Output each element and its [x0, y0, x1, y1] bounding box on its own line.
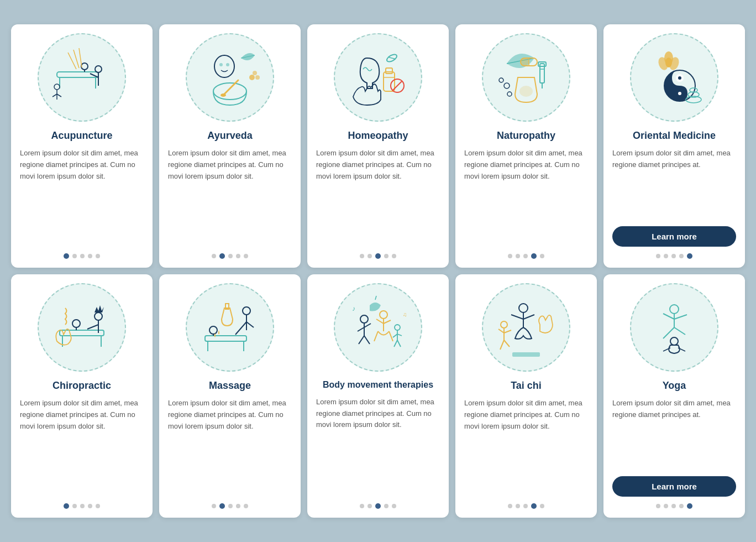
svg-point-17	[221, 93, 226, 97]
card-ayurveda: Ayurveda Lorem ipsum dolor sit dim amet,…	[159, 24, 301, 268]
svg-point-48	[678, 76, 681, 80]
dot-5	[244, 254, 248, 258]
card-oriental-medicine: Oriental Medicine Lorem ipsum dolor sit …	[603, 24, 745, 268]
svg-rect-25	[384, 72, 395, 91]
dot-5	[244, 504, 248, 508]
massage-dots	[212, 503, 248, 509]
dot-2	[72, 504, 77, 508]
svg-point-70	[243, 307, 250, 315]
svg-point-113	[670, 337, 678, 345]
svg-line-84	[376, 319, 384, 324]
svg-point-18	[214, 55, 234, 77]
ayurveda-text: Lorem ipsum dolor sit dim amet, mea regi…	[168, 148, 292, 247]
tai-chi-icon-circle	[482, 283, 570, 372]
acupuncture-title: Acupuncture	[51, 129, 112, 142]
svg-line-103	[504, 330, 511, 333]
dot-3	[80, 504, 85, 508]
oriental-medicine-icon	[638, 41, 710, 113]
yoga-icon	[638, 291, 710, 363]
svg-rect-35	[521, 58, 529, 66]
naturopathy-icon-circle	[482, 33, 570, 122]
dot-2	[219, 503, 225, 509]
svg-line-112	[674, 327, 685, 335]
svg-rect-57	[60, 330, 104, 336]
chiropractic-icon	[46, 291, 118, 363]
svg-point-60	[72, 320, 80, 327]
naturopathy-text: Lorem ipsum dolor sit dim amet, mea regi…	[464, 148, 588, 247]
dot-1	[656, 254, 660, 258]
card-tai-chi: Tai chi Lorem ipsum dolor sit dim amet, …	[455, 274, 597, 518]
yoga-learn-btn[interactable]: Learn more	[612, 476, 736, 497]
dot-5	[540, 254, 544, 258]
acupuncture-text: Lorem ipsum dolor sit dim amet, mea regi…	[20, 148, 144, 247]
svg-point-62	[95, 312, 102, 320]
svg-line-78	[358, 327, 364, 331]
dot-1	[64, 253, 69, 259]
naturopathy-icon	[490, 41, 562, 113]
tai-chi-text: Lorem ipsum dolor sit dim amet, mea regi…	[464, 398, 588, 497]
chiropractic-text: Lorem ipsum dolor sit dim amet, mea regi…	[20, 398, 144, 497]
dot-3	[523, 254, 528, 258]
card-chiropractic: Chiropractic Lorem ipsum dolor sit dim a…	[11, 274, 153, 518]
dot-4	[88, 504, 92, 508]
card-acupuncture: Acupuncture Lorem ipsum dolor sit dim am…	[11, 24, 153, 268]
chiropractic-title: Chiropractic	[53, 379, 111, 392]
dot-2	[72, 254, 77, 258]
svg-point-107	[670, 305, 679, 314]
dot-1	[508, 254, 512, 258]
massage-text: Lorem ipsum dolor sit dim amet, mea regi…	[168, 398, 292, 497]
svg-line-96	[375, 296, 376, 300]
svg-line-72	[235, 322, 246, 335]
dot-2	[664, 504, 668, 508]
yoga-dots	[656, 503, 692, 509]
massage-title: Massage	[209, 379, 251, 392]
dot-3	[671, 254, 676, 258]
dot-5	[392, 254, 396, 258]
svg-point-43	[499, 78, 503, 82]
svg-point-24	[253, 71, 257, 75]
yoga-title: Yoga	[663, 379, 686, 392]
dot-3	[671, 504, 676, 508]
svg-line-86	[374, 331, 378, 341]
dot-4	[679, 254, 684, 258]
dot-1	[360, 504, 364, 508]
svg-line-90	[393, 334, 397, 337]
svg-point-23	[255, 75, 260, 80]
body-movement-text: Lorem ipsum dolor sit dim amet, mea regi…	[316, 397, 440, 497]
acupuncture-icon	[46, 41, 118, 113]
svg-line-99	[523, 315, 534, 319]
homeopathy-icon-circle	[334, 33, 422, 122]
naturopathy-title: Naturopathy	[497, 129, 555, 142]
card-body-movement: ♪ ♫ Body movement therapies Lorem ipsum …	[307, 274, 449, 518]
tai-chi-title: Tai chi	[511, 379, 542, 392]
svg-point-49	[678, 92, 681, 95]
dot-4	[384, 254, 389, 258]
svg-line-87	[389, 331, 393, 341]
svg-point-6	[95, 66, 102, 72]
dot-4	[236, 254, 240, 258]
svg-text:♫: ♫	[403, 311, 407, 317]
dot-3	[375, 253, 381, 259]
dot-1	[212, 254, 216, 258]
oriental-medicine-text: Lorem ipsum dolor sit dim amet, mea regi…	[612, 148, 736, 221]
svg-line-93	[397, 340, 401, 347]
ayurveda-title: Ayurveda	[207, 129, 252, 142]
svg-point-1	[81, 63, 88, 70]
svg-line-109	[663, 314, 674, 319]
chiropractic-icon-circle	[38, 283, 126, 372]
dot-5	[687, 503, 692, 509]
svg-rect-65	[205, 336, 246, 341]
dot-4	[88, 254, 92, 258]
massage-icon	[194, 291, 266, 363]
svg-line-85	[384, 320, 391, 324]
svg-point-15	[213, 83, 246, 100]
homeopathy-text: Lorem ipsum dolor sit dim amet, mea regi…	[316, 148, 440, 247]
svg-line-73	[246, 322, 254, 327]
tai-chi-icon	[490, 291, 562, 363]
oriental-medicine-learn-btn[interactable]: Learn more	[612, 226, 736, 247]
ayurveda-icon-circle	[186, 33, 274, 122]
oriental-medicine-dots	[656, 253, 692, 259]
homeopathy-title: Homeopathy	[348, 129, 408, 142]
dot-5	[96, 254, 100, 258]
dot-1	[508, 504, 512, 508]
